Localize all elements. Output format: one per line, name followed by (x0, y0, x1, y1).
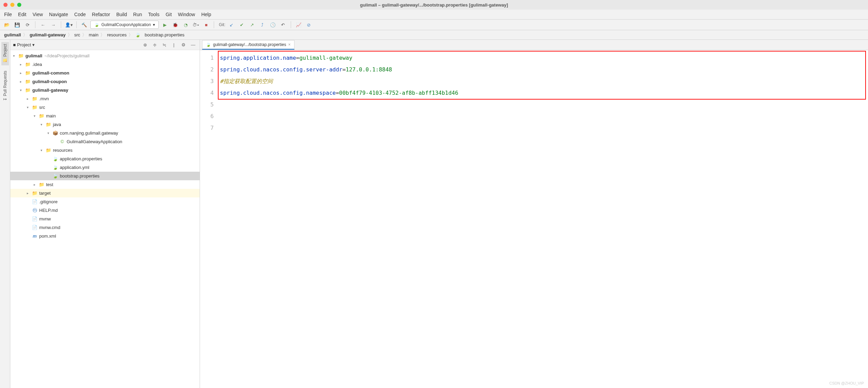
code-line-4[interactable]: spring.cloud.nacos.config.namespace=00bf… (220, 87, 865, 99)
chart-icon[interactable]: 📈 (294, 21, 303, 29)
tree-target[interactable]: ▸📁target (10, 189, 200, 197)
tree-mvnw[interactable]: 📄mvnw (10, 215, 200, 223)
run-config-selector[interactable]: 🍃 GulimallCouponApplication ▾ (90, 21, 159, 29)
sidebar-header: ■ Project ▾ ⊕ ≑ ≒ | ⚙ — (10, 40, 200, 50)
tree-gateway[interactable]: ▾📁gulimall-gateway (10, 86, 200, 94)
tree-common[interactable]: ▸📁gulimall-common (10, 69, 200, 77)
tree-idea[interactable]: ▸📁.idea (10, 60, 200, 69)
menu-navigate[interactable]: Navigate (49, 12, 68, 17)
run-config-label: GulimallCouponApplication (101, 22, 151, 27)
menu-file[interactable]: File (4, 12, 12, 17)
tree-appyml[interactable]: 🍃application.yml (10, 163, 200, 172)
tab-label: gulimall-gateway/.../bootstrap.propertie… (213, 42, 286, 47)
tree-src[interactable]: ▾📁src (10, 103, 200, 112)
maximize-window-button[interactable] (17, 3, 21, 7)
not-allowed-icon[interactable]: ⊘ (305, 21, 313, 29)
menu-run[interactable]: Run (133, 12, 142, 17)
gutter-tab-pullrequests[interactable]: ↧ Pull Requests (1, 69, 9, 103)
code-line-6[interactable] (220, 111, 865, 122)
watermark: CSDN @ZHOU_VIP (830, 381, 864, 385)
window-title: gulimall – gulimall-gateway/.../bootstra… (360, 2, 508, 8)
tree-java[interactable]: ▾📁java (10, 120, 200, 129)
crumb-project[interactable]: gulimall (4, 32, 21, 37)
spring-icon: 🍃 (94, 22, 99, 27)
minimize-icon[interactable]: — (189, 41, 197, 49)
chevron-down-icon: ▾ (153, 22, 155, 27)
sidebar-title[interactable]: ■ Project ▾ (13, 42, 35, 47)
crumb-file[interactable]: 🍃 bootstrap.properties (135, 32, 184, 37)
project-sidebar: ■ Project ▾ ⊕ ≑ ≒ | ⚙ — ▾📁gulimall~/Idea… (10, 40, 200, 388)
expand-all-icon[interactable]: ≑ (151, 41, 158, 49)
forward-icon[interactable]: → (49, 21, 57, 29)
back-icon[interactable]: ← (39, 21, 47, 29)
close-tab-icon[interactable]: × (288, 42, 291, 47)
tree-appprop[interactable]: 🍃application.properties (10, 155, 200, 163)
rollback-icon[interactable]: ↶ (279, 21, 287, 29)
crumb-main[interactable]: main (89, 32, 98, 37)
menu-window[interactable]: Window (178, 12, 195, 17)
menu-refactor[interactable]: Refactor (92, 12, 110, 17)
tree-package[interactable]: ▾📦com.nanjing.gulimall.gateway (10, 129, 200, 137)
git-push-icon[interactable]: ↗ (248, 21, 256, 29)
collapse-all-icon[interactable]: ≒ (160, 41, 168, 49)
tree-pom[interactable]: mpom.xml (10, 232, 200, 240)
code-line-5[interactable] (220, 99, 865, 111)
tree-coupon[interactable]: ▸📁gulimall-coupon (10, 77, 200, 86)
main-toolbar: 📂 💾 ⟳ ← → 👤▾ 🔨 🍃 GulimallCouponApplicati… (0, 19, 868, 30)
open-icon[interactable]: 📂 (3, 21, 11, 29)
coverage-icon[interactable]: ◔ (181, 21, 190, 29)
profiler-icon[interactable]: ⏱▾ (192, 21, 200, 29)
git-update-icon[interactable]: ⤴ (258, 21, 267, 29)
divider: | (170, 41, 178, 49)
tree-resources[interactable]: ▾📁resources (10, 146, 200, 155)
run-icon[interactable]: ▶ (161, 21, 169, 29)
code-line-1[interactable]: spring.application.name=gulimall-gateway (220, 52, 865, 64)
close-window-button[interactable] (3, 3, 8, 7)
build-hammer-icon[interactable]: 🔨 (80, 21, 88, 29)
tree-gitignore[interactable]: 📄.gitignore (10, 197, 200, 206)
breadcrumb: gulimall 〉 gulimall-gateway 〉 src 〉 main… (0, 30, 868, 40)
crumb-resources[interactable]: resources (107, 32, 126, 37)
tree-mvnwcmd[interactable]: 📄mvnw.cmd (10, 223, 200, 232)
crumb-src[interactable]: src (74, 32, 80, 37)
menu-build[interactable]: Build (116, 12, 127, 17)
minimize-window-button[interactable] (10, 3, 14, 7)
git-commit-icon[interactable]: ✔ (238, 21, 246, 29)
editor-tabs: 🍃 gulimall-gateway/.../bootstrap.propert… (200, 40, 868, 50)
menu-edit[interactable]: Edit (18, 12, 26, 17)
code-line-2[interactable]: spring.cloud.nacos.config.server-addr=12… (220, 64, 865, 76)
history-icon[interactable]: 🕓 (269, 21, 277, 29)
git-pull-icon[interactable]: ↙ (227, 21, 236, 29)
code-line-3[interactable]: #指定获取配置的空间 (220, 76, 865, 87)
menu-help[interactable]: Help (201, 12, 211, 17)
tree-root[interactable]: ▾📁gulimall~/IdeaProjects/gulimall (10, 52, 200, 60)
stop-icon[interactable]: ■ (202, 21, 210, 29)
profile-icon[interactable]: 👤▾ (65, 21, 73, 29)
save-icon[interactable]: 💾 (13, 21, 21, 29)
refresh-icon[interactable]: ⟳ (23, 21, 32, 29)
git-label: Git: (219, 22, 225, 27)
debug-icon[interactable]: 🐞 (171, 21, 179, 29)
gutter-tab-project[interactable]: 📁 Project (1, 42, 9, 65)
menu-view[interactable]: View (33, 12, 43, 17)
code-lines[interactable]: spring.application.name=gulimall-gateway… (217, 50, 868, 388)
menu-code[interactable]: Code (74, 12, 86, 17)
menu-tools[interactable]: Tools (148, 12, 159, 17)
tree-bootstrap[interactable]: 🍃bootstrap.properties (10, 172, 200, 180)
menu-git[interactable]: Git (166, 12, 172, 17)
project-tree[interactable]: ▾📁gulimall~/IdeaProjects/gulimall ▸📁.ide… (10, 50, 200, 388)
tree-help[interactable]: ⓜHELP.md (10, 206, 200, 215)
editor-tab-bootstrap[interactable]: 🍃 gulimall-gateway/.../bootstrap.propert… (202, 40, 294, 50)
code-editor[interactable]: 1 2 3 4 5 6 7 spring.application.name=gu… (200, 50, 868, 388)
tree-app-class[interactable]: ©GulimallGatewayApplication (10, 137, 200, 146)
gear-icon[interactable]: ⚙ (180, 41, 187, 49)
crumb-module[interactable]: gulimall-gateway (30, 32, 66, 37)
tree-mvn[interactable]: ▸📁.mvn (10, 94, 200, 103)
tree-test[interactable]: ▸📁test (10, 180, 200, 189)
leaf-icon: 🍃 (206, 42, 211, 47)
locate-icon[interactable]: ⊕ (141, 41, 149, 49)
titlebar: gulimall – gulimall-gateway/.../bootstra… (0, 0, 868, 10)
code-line-7[interactable] (220, 122, 865, 134)
tree-main[interactable]: ▾📁main (10, 112, 200, 120)
main-menu: File Edit View Navigate Code Refactor Bu… (0, 10, 868, 19)
